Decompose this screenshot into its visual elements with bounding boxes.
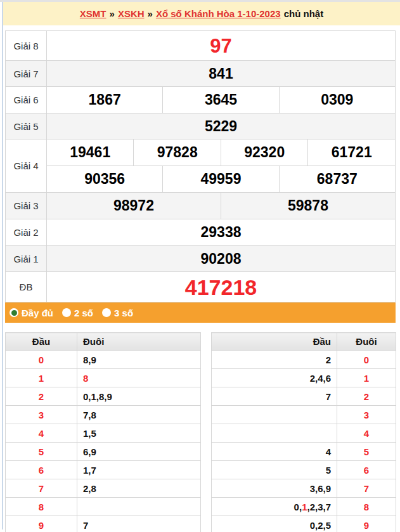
table-row: 5 6,9 [6, 443, 201, 461]
prize-row-g6: Giải 6 1867 3645 0309 [6, 87, 396, 114]
breadcrumb-weekday: chủ nhật [284, 8, 324, 19]
filter-option-label: 2 số [74, 308, 93, 318]
table-row: 9 7 [6, 516, 201, 532]
prize-value-db: 417218 [47, 272, 396, 302]
dau-values: 5 [212, 461, 337, 479]
breadcrumb-link-xsmt[interactable]: XSMT [80, 8, 106, 19]
dau-values: 2 [212, 351, 337, 369]
duoi-values: 0,1,8,9 [77, 387, 201, 406]
dau-header: Đầu [212, 333, 337, 351]
prize-label-g6: Giải 6 [6, 87, 47, 114]
duoi-header: Đuôi [77, 333, 201, 351]
dau-header: Đầu [6, 333, 77, 351]
dau-digit: 7 [6, 479, 77, 498]
prize-label-g5: Giải 5 [6, 114, 47, 139]
duoi-values: 1,7 [77, 461, 201, 479]
prize-value-g4-5: 90356 [47, 166, 163, 193]
table-header-row: Đầu Đuôi [212, 333, 396, 351]
prize-value-g2: 29338 [47, 219, 396, 246]
prize-value-g4-2: 97828 [134, 139, 221, 166]
dau-values: 0,1,2,3,7 [212, 498, 337, 516]
duoi-values: 7 [77, 516, 201, 532]
table-row: 6 1,7 [6, 461, 201, 479]
filter-option-3so[interactable]: 3 số [102, 308, 133, 318]
prize-value-g6-3: 0309 [279, 87, 395, 114]
prize-value-g4-7: 68737 [279, 166, 395, 193]
prize-value-g4-1: 19461 [47, 139, 134, 166]
table-row: 2 0 [212, 351, 396, 369]
duoi-digit: 8 [337, 498, 396, 516]
table-row: 0,1,2,3,7 8 [212, 498, 396, 516]
table-row: 1 8 [6, 369, 201, 387]
head-tail-table-left: Đầu Đuôi 0 8,9 1 8 2 0,1,8,9 3 7,8 4 1,5… [5, 332, 201, 532]
dau-digit: 8 [6, 498, 77, 516]
dau-digit: 1 [6, 369, 77, 387]
dau-values: 0,2,5 [212, 516, 337, 532]
breadcrumb-separator: » [148, 8, 153, 19]
duoi-digit: 7 [337, 479, 396, 498]
dau-digit: 3 [6, 406, 77, 424]
dau-digit: 0 [6, 351, 77, 369]
prize-row-g3: Giải 3 98972 59878 [6, 193, 396, 219]
duoi-values: 8,9 [77, 351, 201, 369]
prize-value-g1: 90208 [47, 246, 396, 272]
dau-values: 7 [212, 387, 337, 406]
table-row: 2 0,1,8,9 [6, 387, 201, 406]
table-row: 7 2 [212, 387, 396, 406]
duoi-digit: 4 [337, 424, 396, 443]
prize-value-g8: 97 [47, 31, 396, 61]
prize-row-g4b: 90356 49959 68737 [6, 166, 396, 193]
table-row: 3,6,9 7 [212, 479, 396, 498]
prize-row-g7: Giải 7 841 [6, 61, 396, 87]
filter-option-label: Đầy đủ [22, 308, 53, 318]
duoi-values [77, 498, 201, 516]
prize-value-g4-6: 49959 [163, 166, 279, 193]
duoi-digit: 5 [337, 443, 396, 461]
prize-label-db: ĐB [6, 272, 47, 302]
filter-option-2so[interactable]: 2 số [62, 308, 93, 318]
head-tail-section: Đầu Đuôi 0 8,9 1 8 2 0,1,8,9 3 7,8 4 1,5… [5, 332, 400, 532]
dau-values [212, 406, 337, 424]
table-row: 0,2,5 9 [212, 516, 396, 532]
breadcrumb-link-draw-date[interactable]: Xổ số Khánh Hòa 1-10-2023 [156, 8, 281, 19]
prize-value-g6-1: 1867 [47, 87, 163, 114]
prize-value-g3-1: 98972 [47, 193, 221, 219]
breadcrumb-link-xskh[interactable]: XSKH [118, 8, 145, 19]
breadcrumb: XSMT » XSKH » Xổ số Khánh Hòa 1-10-2023 … [3, 2, 400, 25]
head-tail-table-right: Đầu Đuôi 2 0 2,4,6 1 7 2 3 4 4 5 5 6 [211, 332, 396, 532]
table-row: 7 2,8 [6, 479, 201, 498]
duoi-values: 8 [77, 369, 201, 387]
duoi-digit: 2 [337, 387, 396, 406]
prize-label-g4: Giải 4 [6, 139, 47, 193]
table-row: 4 5 [212, 443, 396, 461]
dau-values [212, 424, 337, 443]
dau-values: 4 [212, 443, 337, 461]
prize-row-g4a: Giải 4 19461 97828 92320 61721 [6, 139, 396, 166]
prize-label-g3: Giải 3 [6, 193, 47, 219]
table-row: 8 [6, 498, 201, 516]
prize-label-g1: Giải 1 [6, 246, 47, 272]
table-row: 2,4,6 1 [212, 369, 396, 387]
prize-row-g1: Giải 1 90208 [6, 246, 396, 272]
radio-icon [62, 308, 71, 317]
dau-values: 3,6,9 [212, 479, 337, 498]
prize-label-g7: Giải 7 [6, 61, 47, 87]
dau-digit: 4 [6, 424, 77, 443]
radio-icon [102, 308, 111, 317]
duoi-values: 7,8 [77, 406, 201, 424]
prize-value-g4-4: 61721 [308, 139, 396, 166]
duoi-values: 1,5 [77, 424, 201, 443]
breadcrumb-separator: » [110, 8, 115, 19]
filter-option-label: 3 số [114, 308, 133, 318]
prize-label-g8: Giải 8 [6, 31, 47, 61]
dau-values: 2,4,6 [212, 369, 337, 387]
radio-selected-icon [10, 308, 18, 317]
filter-option-full[interactable]: Đầy đủ [10, 308, 53, 318]
dau-digit: 5 [6, 443, 77, 461]
table-row: 4 1,5 [6, 424, 201, 443]
duoi-values: 2,8 [77, 479, 201, 498]
prize-value-g3-2: 59878 [221, 193, 395, 219]
page-left-border [2, 2, 3, 529]
duoi-digit: 6 [337, 461, 396, 479]
prize-value-g6-2: 3645 [163, 87, 279, 114]
